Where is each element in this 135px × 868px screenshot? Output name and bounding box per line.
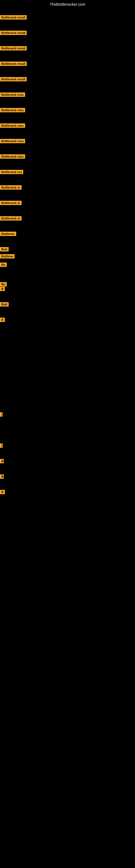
badge-11: Bottleneck res	[0, 170, 23, 174]
badge-26: B	[0, 474, 4, 479]
badge-7: Bottleneck resu	[0, 108, 25, 112]
badge-2: Bottleneck result	[0, 31, 27, 35]
site-title: TheBottlenecker.com	[0, 2, 135, 6]
badge-5: Bottleneck result	[0, 77, 27, 82]
badge-3: Bottleneck result	[0, 46, 27, 51]
badge-16: Bott	[0, 247, 9, 251]
badge-13: Bottleneck re	[0, 201, 21, 205]
badge-10: Bottleneck resu	[0, 154, 25, 159]
badge-17: Bottlene	[0, 254, 14, 258]
badge-23: |	[0, 412, 3, 416]
badge-19: Bo	[0, 282, 7, 286]
badge-20: B	[0, 287, 5, 291]
badge-24: |	[0, 443, 3, 448]
badge-25: B	[0, 459, 4, 463]
badge-8: Bottleneck resu	[0, 123, 25, 128]
badge-1: Bottleneck result	[0, 15, 27, 20]
badge-9: Bottleneck resu	[0, 139, 25, 143]
badge-18: Bo	[0, 262, 7, 267]
badge-27: B	[0, 490, 5, 494]
badge-22: B	[0, 318, 5, 322]
badge-4: Bottleneck result	[0, 62, 27, 66]
badge-12: Bottleneck re	[0, 185, 21, 190]
badge-14: Bottleneck re	[0, 216, 21, 220]
badge-6: Bottleneck resu	[0, 93, 25, 97]
badge-15: Bottlenec	[0, 231, 16, 236]
badge-21: Bott	[0, 302, 9, 307]
